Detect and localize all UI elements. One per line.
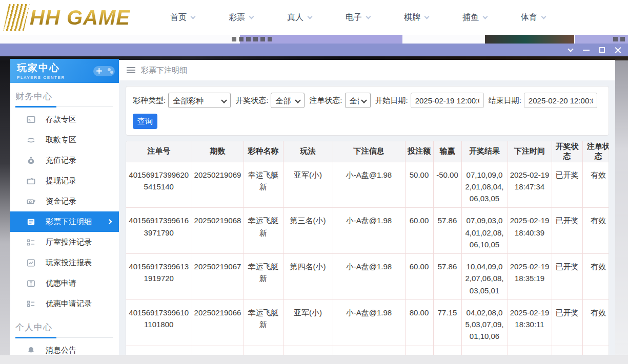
order-status-select[interactable]: 全部 xyxy=(345,93,371,108)
sidebar-item-label: 优惠申请记录 xyxy=(46,299,92,309)
nav-item[interactable]: 体育 xyxy=(521,12,545,23)
window-minimize-button[interactable] xyxy=(578,44,594,56)
table-header-cell: 下注信息 xyxy=(333,141,405,162)
table-cell: 57.86 xyxy=(433,254,461,300)
nav-item[interactable]: 首页 xyxy=(170,12,195,23)
sidebar-item-label: 取款专区 xyxy=(46,135,76,145)
search-button[interactable]: 查询 xyxy=(133,114,157,129)
window-content: 玩家中心 PLAYERS CENTER 财务中心 存款专区 xyxy=(0,56,628,364)
table-cell: 57.86 xyxy=(433,208,461,254)
sidebar-items: 消息公告 xyxy=(10,340,119,355)
nav-item-label: 首页 xyxy=(170,12,187,23)
nav-item-label: 捕鱼 xyxy=(462,12,479,23)
chevron-down-icon xyxy=(366,14,371,19)
table-header-cell: 开奖状态 xyxy=(552,141,582,162)
bell-icon xyxy=(26,346,36,355)
window-footer-strip xyxy=(0,355,628,364)
table-row: 40156917399607785479020250219065幸运飞艇新第四名… xyxy=(126,346,609,355)
table-header-cell: 开奖结果 xyxy=(461,141,508,162)
table-cell: 小-A盘@1.98 xyxy=(333,254,405,300)
sidebar-item-label: 消息公告 xyxy=(46,346,76,355)
order-status-label: 注单状态: xyxy=(309,96,342,105)
lottery-type-select[interactable]: 全部彩种 xyxy=(168,93,231,108)
logo-text: HH GAME xyxy=(30,6,130,29)
sidebar-item-label: 提现记录 xyxy=(46,176,76,186)
start-date-label: 开始日期: xyxy=(375,96,408,105)
lottery-type-label: 彩种类型: xyxy=(133,96,166,105)
nav-item[interactable]: 捕鱼 xyxy=(462,12,487,23)
end-date-input[interactable] xyxy=(524,93,597,108)
nav-item[interactable]: 彩票 xyxy=(229,12,253,23)
draw-status-label: 开奖状态: xyxy=(235,96,268,105)
coupon-icon xyxy=(26,279,36,288)
sidebar-item[interactable]: 消息公告 xyxy=(10,340,119,355)
maximize-icon xyxy=(599,47,605,53)
sidebar-item[interactable]: 充值记录 xyxy=(10,150,119,170)
chevron-down-icon xyxy=(191,14,196,19)
nav-item-label: 电子 xyxy=(346,12,362,23)
logo[interactable]: HH GAME xyxy=(6,4,148,31)
chevron-down-icon xyxy=(249,14,254,19)
table-header-cell: 投注额 xyxy=(405,141,433,162)
sidebar-item-label: 玩家投注报表 xyxy=(46,258,92,268)
hamburger-icon[interactable] xyxy=(127,67,135,73)
table-cell: 401569173996101101800 xyxy=(126,299,192,346)
start-date-input[interactable] xyxy=(411,93,484,108)
table-header-cell: 玩法 xyxy=(283,141,333,162)
table-cell: 20250219066 xyxy=(192,299,244,346)
table-header-row: 注单号期数彩种名称玩法下注信息投注额输赢开奖结果下注时间开奖状态注单状态 xyxy=(126,141,609,162)
filter-row: 彩种类型: 全部彩种 开奖状态: 全部 注单状态: 全部 开始日期: 结束日期: xyxy=(133,93,602,108)
chevron-down-icon xyxy=(424,14,430,19)
table-cell: 大-A盘@1.98 xyxy=(333,346,405,355)
sidebar-item[interactable]: 玩家投注报表 xyxy=(10,252,119,273)
table-cell: 401569173996077854790 xyxy=(126,346,192,355)
main-content: 彩票下注明细 彩种类型: 全部彩种 开奖状态: 全部 注单状态: 全部 开始日期… xyxy=(119,60,615,355)
sidebar-item[interactable]: 资金记录 xyxy=(10,191,119,211)
nav-item-label: 彩票 xyxy=(229,12,245,23)
sidebar-item[interactable]: 存款专区 xyxy=(10,109,119,130)
draw-status-select[interactable]: 全部 xyxy=(271,93,305,108)
table-cell: 60.00 xyxy=(405,254,433,300)
table-cell: 已开奖 xyxy=(552,208,582,254)
sidebar-item[interactable]: 提现记录 xyxy=(10,170,119,191)
sidebar: 玩家中心 PLAYERS CENTER 财务中心 存款专区 xyxy=(10,59,119,355)
background-clipped-text xyxy=(613,37,626,41)
table-cell: 04,02,08,05,03,07,09,01,10,06 xyxy=(461,299,508,346)
sidebar-item[interactable]: 厅室投注记录 xyxy=(10,232,119,252)
sidebar-item-active[interactable]: 彩票下注明细 xyxy=(10,211,119,232)
document-icon xyxy=(26,217,36,227)
table-cell: 07,10,09,02,01,08,04,06,03,05 xyxy=(461,162,508,208)
table-cell: 第三名(小) xyxy=(283,208,333,254)
table-cell: 幸运飞艇新 xyxy=(244,208,283,254)
nav-item[interactable]: 真人 xyxy=(287,12,312,23)
table-cell: 有效 xyxy=(582,254,609,300)
window-close-button[interactable] xyxy=(610,44,626,56)
sidebar-sections: 财务中心 存款专区 取款专区 充值记录 提现记录 资金记录 xyxy=(10,91,119,355)
table-row: 40156917399616397179020250219068幸运飞艇新第三名… xyxy=(126,208,609,254)
sidebar-item[interactable]: 优惠申请 xyxy=(10,273,119,293)
nav-item[interactable]: 电子 xyxy=(346,12,370,23)
window-maximize-button[interactable] xyxy=(594,44,610,56)
chevron-down-icon xyxy=(308,14,313,19)
window-titlebar xyxy=(0,44,628,56)
sidebar-item-label: 资金记录 xyxy=(46,197,76,206)
table-cell: 401569173996131919720 xyxy=(126,254,192,300)
table-cell: 亚军(小) xyxy=(283,162,333,208)
background-right-margin xyxy=(615,60,628,355)
nav-item-label: 棋牌 xyxy=(404,12,420,23)
sidebar-item[interactable]: 优惠申请记录 xyxy=(10,293,119,314)
table-cell: 07,09,03,04,01,02,08,06,10,05 xyxy=(461,208,508,254)
list-icon xyxy=(26,299,36,309)
list-icon xyxy=(26,238,36,247)
table-cell: 幸运飞艇新 xyxy=(244,254,283,300)
table-cell: 50.00 xyxy=(405,162,433,208)
table-cell: -50.00 xyxy=(433,162,461,208)
table-cell: 80.00 xyxy=(405,299,433,346)
nav-item[interactable]: 棋牌 xyxy=(404,12,429,23)
background-photo xyxy=(485,35,574,44)
minimize-icon xyxy=(583,50,590,51)
table-cell: 有效 xyxy=(582,208,609,254)
cash-icon xyxy=(26,197,36,206)
sidebar-item[interactable]: 取款专区 xyxy=(10,130,119,150)
window-collapse-button[interactable] xyxy=(562,44,578,56)
